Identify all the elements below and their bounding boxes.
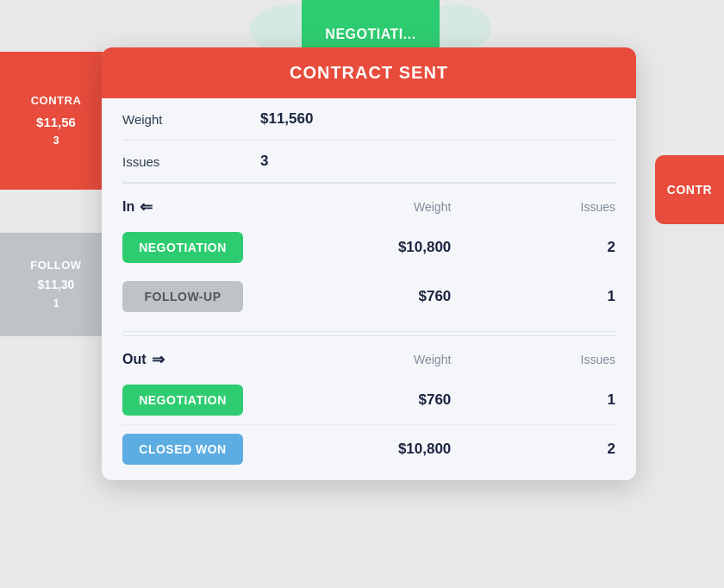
issues-value: 3 [260,153,268,170]
stage-button[interactable]: FOLLOW-UP [122,281,243,312]
in-section-title: In ⇐ [122,197,287,216]
bg-contract-right-card: CONTR [655,155,724,224]
out-arrow-icon: ⇒ [152,350,165,369]
table-row: NEGOTIATION $10,800 2 [122,223,615,272]
popup-card: CONTRACT SENT Weight $11,560 Issues 3 In… [102,47,636,480]
popup-header: CONTRACT SENT [102,47,636,98]
out-rows-container: NEGOTIATION $760 1 CLOSED WON $10,800 2 [122,376,615,473]
bg-contract-left-count: 3 [53,133,59,148]
weight-value: $11,560 [260,110,313,128]
bg-contract-left-label: CONTRA [31,93,82,109]
bg-contract-right-label: CONTR [667,183,712,197]
out-section-header: Out ⇒ Weight Issues [122,335,615,376]
popup-body: Weight $11,560 Issues 3 In ⇐ Weight Issu… [102,98,636,480]
table-row: FOLLOW-UP $760 1 [122,272,615,321]
in-rows-container: NEGOTIATION $10,800 2 FOLLOW-UP $760 1 [122,223,615,321]
cell-issues: 2 [451,239,615,256]
bg-follow-count: 1 [53,296,59,311]
weight-label: Weight [122,112,260,127]
bg-follow-label: FOLLOW [30,258,81,273]
section-divider [122,331,615,332]
table-row: NEGOTIATION $760 1 [122,376,615,425]
issues-label: Issues [122,154,260,169]
summary-weight-row: Weight $11,560 [122,98,615,141]
in-weight-header: Weight [287,200,452,214]
cell-weight: $10,800 [287,441,452,458]
bg-contract-left-amount: $11,56 [36,113,76,131]
out-weight-header: Weight [287,353,452,366]
cell-issues: 2 [451,441,615,458]
bg-negotiati-label: NEGOTIATI... [325,27,415,42]
out-section-title: Out ⇒ [122,350,287,369]
cell-weight: $10,800 [287,239,452,256]
stage-button[interactable]: NEGOTIATION [122,232,243,263]
summary-issues-row: Issues 3 [122,141,615,183]
in-issues-header: Issues [451,200,615,214]
in-arrow-icon: ⇐ [140,197,153,216]
in-section-header: In ⇐ Weight Issues [122,183,615,223]
out-section: Out ⇒ Weight Issues NEGOTIATION $760 1 C… [122,335,615,480]
cell-issues: 1 [451,391,615,409]
in-section: In ⇐ Weight Issues NEGOTIATION $10,800 2… [122,183,615,328]
bg-contract-left-card: CONTRA $11,56 3 [0,52,112,190]
out-issues-header: Issues [451,353,615,366]
bg-follow-card: FOLLOW $11,30 1 [0,233,112,336]
table-row: CLOSED WON $10,800 2 [122,425,615,473]
stage-button[interactable]: NEGOTIATION [122,385,243,416]
bg-follow-amount: $11,30 [38,277,75,294]
cell-weight: $760 [287,288,452,305]
cell-weight: $760 [287,391,452,409]
popup-header-label: CONTRACT SENT [290,63,448,82]
stage-button[interactable]: CLOSED WON [122,434,243,465]
cell-issues: 1 [451,288,615,305]
